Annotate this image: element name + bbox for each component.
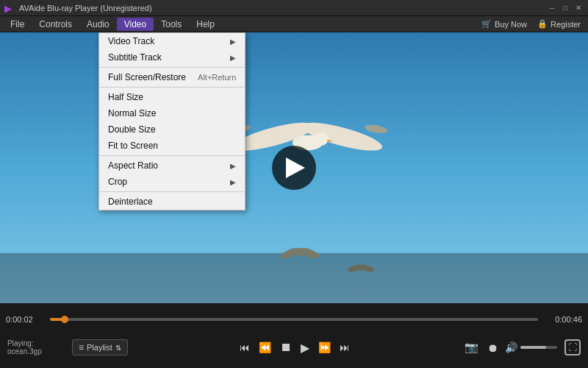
dd-deinterlace[interactable]: Deinterlace xyxy=(99,194,245,210)
volume-control: 🔊 xyxy=(505,342,557,353)
rewind-button[interactable]: ⏪ xyxy=(257,339,273,355)
dd-subtitle-track-label: Subtitle Track xyxy=(108,52,162,63)
dd-subtitle-track-arrow: ▶ xyxy=(230,54,236,62)
cart-icon: 🛒 xyxy=(481,19,492,29)
right-controls: 📷 ⏺ 🔊 xyxy=(462,339,581,356)
dd-aspect-ratio-label: Aspect Ratio xyxy=(108,160,158,171)
playlist-label: Playlist xyxy=(87,343,112,352)
dd-crop-arrow: ▶ xyxy=(230,178,236,186)
dd-aspect-ratio[interactable]: Aspect Ratio ▶ xyxy=(99,158,245,174)
screenshot-button[interactable]: 📷 xyxy=(462,339,481,356)
dd-fit-to-screen[interactable]: Fit to Screen xyxy=(99,138,245,154)
dd-sep-4 xyxy=(99,191,245,192)
dd-fullscreen[interactable]: Full Screen/Restore Alt+Return xyxy=(99,69,245,85)
fast-forward-button[interactable]: ⏩ xyxy=(316,339,333,355)
progress-handle[interactable] xyxy=(61,316,68,323)
menu-controls[interactable]: Controls xyxy=(32,18,79,31)
dd-half-size[interactable]: Half Size xyxy=(99,89,245,105)
bottom-controls: Playing: ocean.3gp ≡ Playlist ⇅ ⏮ ⏪ ⏹ ▶ … xyxy=(0,327,588,368)
dd-video-track[interactable]: Video Track ▶ xyxy=(99,33,245,49)
dd-fit-to-screen-label: Fit to Screen xyxy=(108,141,158,151)
now-playing: Playing: ocean.3gp xyxy=(7,339,66,355)
progress-bar[interactable] xyxy=(50,318,538,321)
title-bar-left: ▶ AVAide Blu-ray Player (Unregistered) xyxy=(4,3,152,13)
buy-now-label: Buy Now xyxy=(495,20,527,29)
dd-normal-size[interactable]: Normal Size xyxy=(99,105,245,121)
svg-point-5 xyxy=(315,132,329,146)
playlist-button[interactable]: ≡ Playlist ⇅ xyxy=(72,339,128,355)
title-bar-controls: – □ ✕ xyxy=(547,3,584,13)
menu-tools[interactable]: Tools xyxy=(154,18,189,31)
now-playing-file: ocean.3gp xyxy=(7,347,66,355)
dd-fullscreen-label: Full Screen/Restore xyxy=(108,72,186,82)
svg-point-14 xyxy=(358,266,364,270)
register-button[interactable]: 🔒 Register xyxy=(537,19,581,29)
dd-aspect-ratio-arrow: ▶ xyxy=(230,162,236,170)
volume-bar[interactable] xyxy=(520,346,557,349)
stop-button[interactable]: ⏹ xyxy=(278,339,294,356)
dd-crop-label: Crop xyxy=(108,177,127,187)
close-button[interactable]: ✕ xyxy=(573,3,584,13)
time-total: 0:00:46 xyxy=(544,315,582,324)
playlist-sort-icon: ⇅ xyxy=(115,344,121,352)
prev-button[interactable]: ⏮ xyxy=(237,339,252,355)
app-icon: ▶ xyxy=(4,3,15,13)
menu-file[interactable]: File xyxy=(3,18,32,31)
dd-fullscreen-shortcut: Alt+Return xyxy=(198,73,236,82)
header-right: 🛒 Buy Now 🔒 Register xyxy=(481,19,585,29)
play-button[interactable] xyxy=(272,146,316,190)
buy-now-button[interactable]: 🛒 Buy Now xyxy=(481,19,527,29)
menu-help[interactable]: Help xyxy=(189,18,222,31)
record-button[interactable]: ⏺ xyxy=(485,339,501,356)
menu-audio[interactable]: Audio xyxy=(79,18,117,31)
minimize-button[interactable]: – xyxy=(547,3,557,13)
menu-video[interactable]: Video xyxy=(117,18,154,31)
video-area[interactable] xyxy=(0,32,588,303)
play-pause-button[interactable]: ▶ xyxy=(298,339,312,357)
lock-icon: 🔒 xyxy=(537,19,548,29)
title-bar: ▶ AVAide Blu-ray Player (Unregistered) –… xyxy=(0,0,588,16)
dd-video-track-label: Video Track xyxy=(108,36,154,46)
dd-half-size-label: Half Size xyxy=(108,92,143,102)
dd-subtitle-track[interactable]: Subtitle Track ▶ xyxy=(99,49,245,66)
register-label: Register xyxy=(551,20,581,29)
dd-sep-1 xyxy=(99,67,245,68)
maximize-button[interactable]: □ xyxy=(560,3,570,13)
fullscreen-button[interactable] xyxy=(564,339,581,355)
dd-sep-3 xyxy=(99,155,245,156)
dd-double-size[interactable]: Double Size xyxy=(99,121,245,138)
playlist-lines-icon: ≡ xyxy=(79,342,84,353)
menu-bar: File Controls Audio Video Tools Help 🛒 B… xyxy=(0,16,588,32)
volume-icon: 🔊 xyxy=(505,342,517,353)
title-text: AVAide Blu-ray Player (Unregistered) xyxy=(19,4,152,13)
svg-rect-1 xyxy=(0,253,588,303)
svg-point-11 xyxy=(296,250,304,256)
video-dropdown: Video Track ▶ Subtitle Track ▶ Full Scre… xyxy=(98,32,245,210)
volume-fill xyxy=(520,346,546,349)
dd-sep-2 xyxy=(99,87,245,88)
video-background xyxy=(0,32,588,303)
time-current: 0:00:02 xyxy=(6,315,44,324)
dd-double-size-label: Double Size xyxy=(108,124,156,135)
dd-deinterlace-label: Deinterlace xyxy=(108,197,153,207)
center-controls: ⏮ ⏪ ⏹ ▶ ⏩ ⏭ xyxy=(134,339,456,357)
dd-normal-size-label: Normal Size xyxy=(108,108,156,118)
dd-crop[interactable]: Crop ▶ xyxy=(99,174,245,190)
next-button[interactable]: ⏭ xyxy=(337,339,352,355)
dd-video-track-arrow: ▶ xyxy=(230,38,236,46)
progress-section: 0:00:02 0:00:46 xyxy=(0,312,588,327)
now-playing-label: Playing: xyxy=(7,339,66,347)
